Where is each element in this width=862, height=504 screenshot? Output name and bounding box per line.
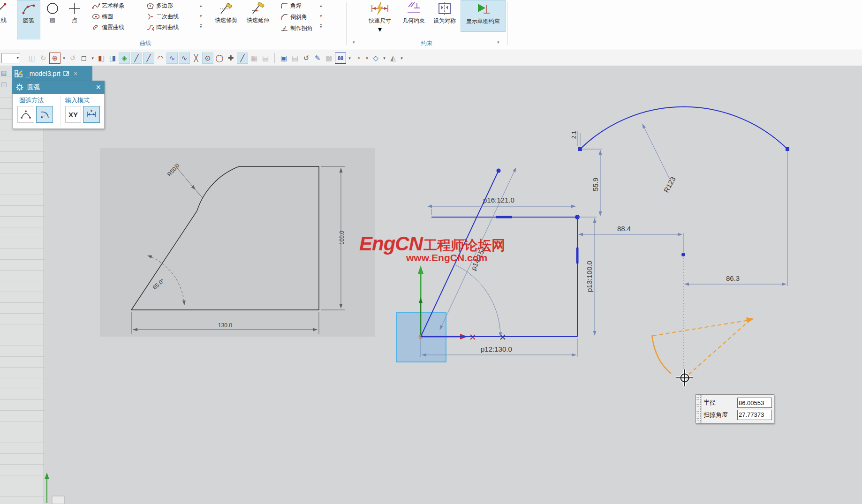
dropdown-caret[interactable]: ▾ (61, 53, 67, 63)
arc-dialog-close-icon[interactable]: × (96, 83, 101, 91)
arc-button[interactable]: 圆弧 (17, 0, 40, 39)
arc-three-point-icon (20, 109, 31, 120)
move-object-icon[interactable]: ⊕ (49, 53, 60, 64)
annotate-icon[interactable]: ✎ (312, 53, 323, 63)
corner-weld-button[interactable]: 角焊 (280, 1, 302, 11)
snap-spline-icon[interactable]: ∿ (166, 53, 178, 64)
dim-p12[interactable]: p12:130.0 (481, 345, 512, 353)
sketch-vertices (497, 147, 790, 256)
window-display-icon[interactable]: ▣ (279, 53, 289, 63)
arc-three-point-button[interactable] (17, 106, 34, 123)
constraint-group-label: 约束 (403, 39, 450, 47)
dropdown-caret[interactable]: ▾ (90, 53, 95, 63)
dim-r123[interactable]: R123 (662, 175, 677, 194)
snap-tangent-icon[interactable]: ╱ (237, 53, 248, 64)
ellipse-button[interactable]: 椭圆 (92, 12, 113, 22)
sketch-dimensions[interactable] (421, 124, 787, 357)
chamfer-button[interactable]: 倒斜角 (280, 12, 307, 22)
sketch-viewport[interactable]: 130.0 100.0 65.0° R50.0 (0, 0, 862, 504)
quick-extend-button[interactable]: 快速延伸 (243, 0, 273, 34)
input-mode-label: 输入模式 (65, 96, 90, 105)
dropdown-caret[interactable]: ▾ (382, 53, 387, 63)
left-resource-strip (0, 66, 44, 504)
resource-bar-icon-1[interactable]: ▤ (1, 69, 7, 76)
wcs-triad-partial (45, 473, 64, 504)
make-symmetric-button[interactable]: 设为对称 (430, 0, 459, 34)
dim-p16[interactable]: p16:121.0 (483, 196, 514, 204)
snap-point-icon[interactable]: ✚ (226, 53, 236, 63)
make-corner-button[interactable]: 制作拐角 (280, 23, 313, 33)
geometric-constraints-button[interactable]: 几何约束 (399, 0, 429, 34)
group-scroll-up-icon[interactable]: ▴ (320, 4, 322, 8)
layer-settings-icon[interactable]: 88 (335, 53, 346, 64)
group-scroll-down-icon[interactable]: ▾ (320, 14, 322, 18)
part-tab[interactable]: _model3.prt × (12, 66, 92, 81)
shaded-cube-icon[interactable]: ◧ (96, 53, 106, 63)
dimension-input-icon (86, 109, 97, 120)
rapid-dimension-dropdown-icon[interactable]: ▾ (378, 25, 382, 34)
spotlight-icon[interactable]: ◭ (388, 53, 398, 63)
snap-quadrant-icon[interactable]: ◯ (214, 53, 225, 63)
circle-button[interactable]: 圆 (42, 0, 63, 34)
input-mode-dimension-button[interactable] (83, 106, 100, 123)
dim-88-4[interactable]: 88.4 (617, 225, 631, 233)
polygon-button[interactable]: 多边形 (146, 1, 173, 11)
constraint-group-dropdown-icon[interactable]: ▾ (497, 40, 499, 45)
conic-button[interactable]: 二次曲线 (146, 12, 179, 22)
arc-center-button[interactable] (36, 106, 53, 123)
point-button[interactable]: 点 (65, 0, 84, 34)
offset-curve-button[interactable]: 偏置曲线 (92, 23, 124, 32)
separator (274, 53, 275, 63)
snap-enable-icon[interactable]: ◈ (119, 53, 130, 64)
arc-icon (22, 0, 35, 17)
input-box-drag-handle[interactable] (696, 395, 702, 423)
dim-2-1[interactable]: 2.1 (571, 131, 577, 139)
reference-drawing-panel (100, 148, 375, 337)
marquee-select-icon[interactable]: ◻ (79, 53, 89, 63)
art-spline-button[interactable]: 艺术样条 (92, 1, 124, 11)
snap-endpoint-icon[interactable]: ╱ (131, 53, 142, 64)
dim-p14[interactable]: p14:154.2 (469, 240, 490, 272)
snap-intersection-icon[interactable]: ╳ (191, 53, 201, 63)
input-mode-xy-button[interactable]: XY (65, 106, 81, 123)
radius-input[interactable]: 86.00553 (737, 398, 772, 408)
group-scroll-up-icon[interactable]: ▴ (200, 4, 202, 8)
dropdown-caret[interactable]: ▾ (364, 53, 370, 63)
resource-bar-icon-2[interactable]: ◫ (1, 81, 7, 88)
pattern-curve-button[interactable]: 阵列曲线 (146, 23, 179, 32)
arc-dialog-header[interactable]: 圆弧 × (12, 81, 105, 94)
snap-arc-icon[interactable]: ◠ (155, 53, 166, 63)
rapid-dimension-button[interactable]: 快速尺寸 ▾ (363, 0, 396, 34)
edit-group-dropdown-icon[interactable]: ▾ (353, 40, 355, 45)
dynamic-input-box: 半径 86.00553 扫掠角度 27.77373 (696, 394, 774, 423)
group-more-icon[interactable]: ▾ (200, 24, 202, 29)
group-more-icon[interactable]: ▾ (320, 24, 322, 29)
part-tab-close-icon[interactable]: × (74, 70, 77, 77)
dim-86-3[interactable]: 86.3 (726, 274, 740, 282)
refresh-view-icon[interactable]: ↺ (301, 53, 311, 63)
sweep-angle-input[interactable]: 27.77373 (737, 410, 772, 420)
snap-center-icon[interactable]: ⊙ (202, 53, 213, 64)
line-button[interactable]: 直线 (0, 0, 11, 34)
snap-midpoint-icon[interactable]: ╱ (143, 53, 154, 64)
geometric-constraints-icon (406, 0, 422, 17)
render-style-icon[interactable]: ◔ (353, 53, 363, 63)
dropdown-caret[interactable]: ▾ (399, 53, 404, 63)
selection-scope-combo[interactable]: ▾ (1, 53, 20, 63)
dim-width: 130.0 (218, 322, 232, 329)
quick-trim-button[interactable]: 快速修剪 (211, 0, 241, 34)
checked-out-icon (63, 70, 70, 76)
display-sketch-constraints-button[interactable]: 显示草图约束 (461, 0, 506, 32)
quick-trim-icon (218, 0, 234, 17)
snap-curve-icon[interactable]: ∿ (179, 53, 190, 64)
part-tab-title: _model3.prt (26, 70, 60, 77)
wireframe-cube-icon[interactable]: ◨ (107, 53, 118, 63)
dim-55-9[interactable]: 55.9 (591, 178, 599, 191)
group-scroll-down-icon[interactable]: ▾ (200, 14, 202, 18)
sketch-curves[interactable] (421, 107, 787, 337)
part-tab-icon (15, 70, 23, 77)
dim-p13[interactable]: p13:100.0 (585, 261, 593, 292)
view-cube-icon[interactable]: ◇ (371, 53, 381, 63)
polygon-icon (146, 2, 154, 9)
dropdown-caret[interactable]: ▾ (347, 53, 352, 63)
